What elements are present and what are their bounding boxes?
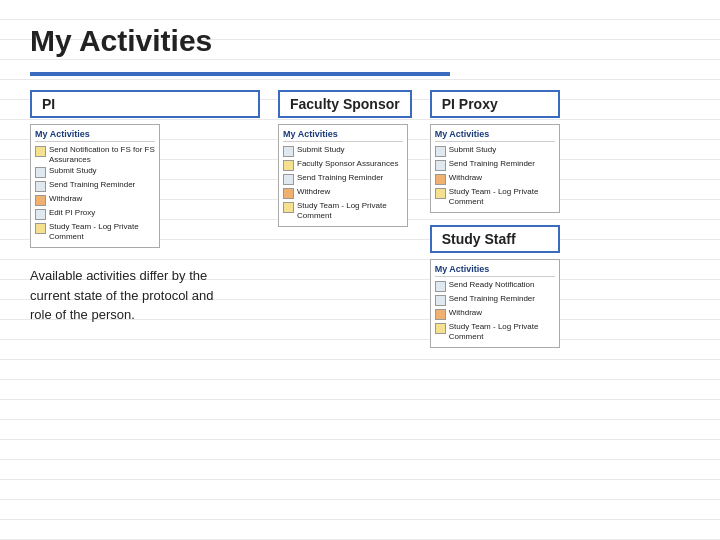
- list-item: Send Notification to FS for FS Assurance…: [35, 145, 155, 164]
- item-text: Send Training Reminder: [49, 180, 135, 190]
- item-icon: [283, 146, 294, 157]
- item-text: Study Team - Log Private Comment: [297, 201, 403, 220]
- pi-role-label: PI: [30, 90, 260, 118]
- list-item: Submit Study: [35, 166, 155, 178]
- item-text: Study Team - Log Private Comment: [449, 322, 555, 341]
- item-icon: [283, 202, 294, 213]
- item-icon: [35, 146, 46, 157]
- item-text: Send Ready Notification: [449, 280, 535, 290]
- list-item: Withdraw: [435, 173, 555, 185]
- list-item: Faculty Sponsor Assurances: [283, 159, 403, 171]
- right-section: PI Proxy My Activities Submit Study Send…: [430, 90, 560, 348]
- item-icon: [435, 146, 446, 157]
- item-text: Withdraw: [49, 194, 82, 204]
- description-text: Available activities differ by the curre…: [30, 266, 230, 325]
- pi-col: PI My Activities Send Notification to FS…: [30, 90, 260, 248]
- item-icon: [35, 223, 46, 234]
- item-icon: [283, 188, 294, 199]
- faculty-sponsor-panel: My Activities Submit Study Faculty Spons…: [278, 124, 408, 227]
- item-text: Submit Study: [449, 145, 497, 155]
- pi-proxy-col: PI Proxy My Activities Submit Study Send…: [430, 90, 560, 213]
- list-item: Study Team - Log Private Comment: [35, 222, 155, 241]
- list-item: Withdrew: [283, 187, 403, 199]
- item-icon: [283, 160, 294, 171]
- list-item: Study Team - Log Private Comment: [435, 322, 555, 341]
- title-underline: [30, 72, 450, 76]
- page: My Activities PI My Activities Send Noti…: [0, 0, 720, 540]
- faculty-sponsor-col: Faculty Sponsor My Activities Submit Stu…: [278, 90, 412, 348]
- item-text: Study Team - Log Private Comment: [49, 222, 155, 241]
- item-text: Send Notification to FS for FS Assurance…: [49, 145, 155, 164]
- item-icon: [435, 160, 446, 171]
- item-icon: [435, 295, 446, 306]
- item-text: Faculty Sponsor Assurances: [297, 159, 398, 169]
- item-icon: [283, 174, 294, 185]
- study-staff-role-label: Study Staff: [430, 225, 560, 253]
- fs-panel-title: My Activities: [283, 129, 403, 142]
- study-staff-panel: My Activities Send Ready Notification Se…: [430, 259, 560, 348]
- faculty-sponsor-role-label: Faculty Sponsor: [278, 90, 412, 118]
- list-item: Withdraw: [435, 308, 555, 320]
- item-icon: [35, 195, 46, 206]
- main-layout: PI My Activities Send Notification to FS…: [30, 90, 690, 348]
- item-text: Submit Study: [49, 166, 97, 176]
- item-icon: [35, 181, 46, 192]
- item-text: Send Training Reminder: [449, 159, 535, 169]
- pi-activities-panel: My Activities Send Notification to FS fo…: [30, 124, 160, 248]
- list-item: Study Team - Log Private Comment: [283, 201, 403, 220]
- item-text: Withdrew: [297, 187, 330, 197]
- item-icon: [435, 309, 446, 320]
- list-item: Send Training Reminder: [435, 159, 555, 171]
- item-icon: [35, 167, 46, 178]
- list-item: Withdraw: [35, 194, 155, 206]
- list-item: Send Training Reminder: [283, 173, 403, 185]
- ss-panel-title: My Activities: [435, 264, 555, 277]
- pi-panel-title: My Activities: [35, 129, 155, 142]
- list-item: Send Training Reminder: [435, 294, 555, 306]
- item-icon: [435, 323, 446, 334]
- item-text: Study Team - Log Private Comment: [449, 187, 555, 206]
- item-icon: [435, 281, 446, 292]
- list-item: Submit Study: [435, 145, 555, 157]
- pi-proxy-role-label: PI Proxy: [430, 90, 560, 118]
- item-text: Withdraw: [449, 308, 482, 318]
- list-item: Send Ready Notification: [435, 280, 555, 292]
- item-icon: [35, 209, 46, 220]
- item-text: Submit Study: [297, 145, 345, 155]
- item-icon: [435, 188, 446, 199]
- list-item: Submit Study: [283, 145, 403, 157]
- pip-panel-title: My Activities: [435, 129, 555, 142]
- item-text: Send Training Reminder: [449, 294, 535, 304]
- page-title: My Activities: [30, 24, 690, 58]
- list-item: Edit PI Proxy: [35, 208, 155, 220]
- item-icon: [435, 174, 446, 185]
- list-item: Study Team - Log Private Comment: [435, 187, 555, 206]
- item-text: Edit PI Proxy: [49, 208, 95, 218]
- content: My Activities PI My Activities Send Noti…: [30, 24, 690, 348]
- left-section: PI My Activities Send Notification to FS…: [30, 90, 260, 348]
- list-item: Send Training Reminder: [35, 180, 155, 192]
- pi-proxy-panel: My Activities Submit Study Send Training…: [430, 124, 560, 213]
- item-text: Send Training Reminder: [297, 173, 383, 183]
- study-staff-col: Study Staff My Activities Send Ready Not…: [430, 225, 560, 348]
- item-text: Withdraw: [449, 173, 482, 183]
